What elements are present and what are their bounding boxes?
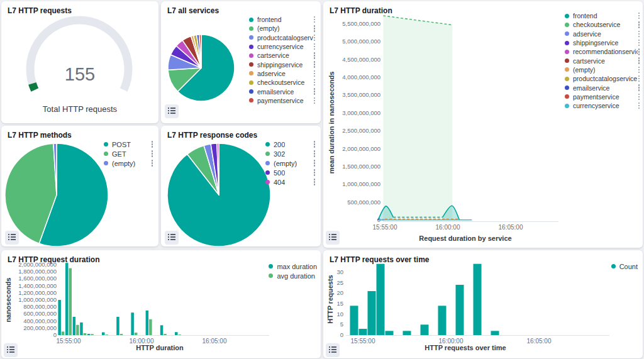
legend-menu-icon[interactable] xyxy=(638,20,641,30)
legend-menu-icon[interactable] xyxy=(313,168,316,177)
legend-menu-icon[interactable] xyxy=(638,65,641,75)
legend-item[interactable]: (empty) xyxy=(104,158,153,168)
legend-menu-icon[interactable] xyxy=(313,24,316,33)
legend-item[interactable]: 302 xyxy=(265,149,316,158)
legend-item[interactable]: paymentservice xyxy=(249,96,316,105)
legend-menu-icon[interactable] xyxy=(313,78,316,87)
legend-color-dot xyxy=(565,104,569,108)
legend-color-dot xyxy=(565,77,569,81)
legend-menu-icon[interactable] xyxy=(313,15,316,25)
legend-toggle-button[interactable] xyxy=(326,343,340,357)
legend-label: emailservice xyxy=(573,84,609,92)
legend-item[interactable]: emailservice xyxy=(249,87,316,96)
panel-all-services: L7 all services frontend(empty)productca… xyxy=(161,1,321,123)
legend: 200302(empty)500404 xyxy=(265,140,316,187)
legend-item[interactable]: shippingservice xyxy=(249,60,316,69)
x-axis-title: Request duration by service xyxy=(377,235,553,242)
legend-menu-icon[interactable] xyxy=(313,149,316,158)
legend-item[interactable]: Count xyxy=(611,263,638,270)
legend-item[interactable]: 200 xyxy=(265,140,316,149)
legend-menu-icon[interactable] xyxy=(638,30,641,39)
svg-text:0: 0 xyxy=(340,331,343,338)
legend-item[interactable]: emailservice xyxy=(565,83,640,92)
svg-text:30: 30 xyxy=(336,268,343,275)
legend-label: 404 xyxy=(274,179,285,186)
legend-toggle-button[interactable] xyxy=(165,104,179,118)
legend-menu-icon[interactable] xyxy=(638,11,641,21)
legend-menu-icon[interactable] xyxy=(313,33,316,43)
legend-item[interactable]: checkoutservice xyxy=(565,20,640,29)
legend-item[interactable]: productcatalogservice xyxy=(249,33,316,42)
legend-menu-icon[interactable] xyxy=(151,149,154,158)
legend-menu-icon[interactable] xyxy=(313,177,316,187)
x-axis-title: HTTP requests over time xyxy=(365,344,566,351)
legend-item[interactable]: adservice xyxy=(249,69,316,78)
legend-menu-icon[interactable] xyxy=(313,42,316,52)
legend-menu-icon[interactable] xyxy=(313,60,316,69)
legend-item[interactable]: (empty) xyxy=(249,24,316,33)
legend-menu-icon[interactable] xyxy=(638,56,641,65)
svg-text:5: 5 xyxy=(340,321,343,328)
legend-item[interactable]: cartservice xyxy=(249,51,316,60)
legend-toggle-button[interactable] xyxy=(4,343,18,357)
legend-toggle-button[interactable] xyxy=(165,231,179,245)
legend-item[interactable]: (empty) xyxy=(265,158,316,168)
legend-item[interactable]: currencyservice xyxy=(249,42,316,51)
legend-menu-icon[interactable] xyxy=(638,92,641,102)
svg-text:2,500,000,000: 2,500,000,000 xyxy=(342,127,380,134)
legend-menu-icon[interactable] xyxy=(313,140,316,149)
svg-text:2,000,000,000: 2,000,000,000 xyxy=(18,261,57,268)
legend-label: paymentservice xyxy=(257,97,304,104)
legend-color-dot xyxy=(249,35,253,40)
svg-text:15:55:00: 15:55:00 xyxy=(373,224,397,231)
legend-item[interactable]: shippingservice xyxy=(565,38,640,47)
legend-menu-icon[interactable] xyxy=(638,101,641,111)
legend-item[interactable]: POST xyxy=(104,140,153,149)
legend-color-dot xyxy=(104,142,108,146)
legend-item[interactable]: currencyservice xyxy=(565,101,640,110)
legend-item[interactable]: productcatalogservice xyxy=(565,74,640,83)
legend: frontend(empty)productcatalogservicecurr… xyxy=(249,15,316,105)
legend-item[interactable]: frontend xyxy=(249,15,316,24)
legend-menu-icon[interactable] xyxy=(638,83,641,92)
legend-item[interactable]: adservice xyxy=(565,30,640,38)
legend-menu-icon[interactable] xyxy=(638,74,641,84)
legend-item[interactable]: paymentservice xyxy=(565,92,640,101)
legend-item[interactable]: avg duration xyxy=(269,272,317,279)
legend-menu-icon[interactable] xyxy=(638,38,641,48)
legend-menu-icon[interactable] xyxy=(313,96,316,106)
legend-menu-icon[interactable] xyxy=(313,69,316,79)
legend-item[interactable]: max duration xyxy=(269,263,317,270)
legend-color-dot xyxy=(565,86,569,90)
legend-item[interactable]: checkoutservice xyxy=(249,78,316,87)
legend: frontendcheckoutserviceadserviceshipping… xyxy=(565,11,640,110)
legend-menu-icon[interactable] xyxy=(151,140,154,149)
legend-color-dot xyxy=(249,62,253,67)
svg-text:1,200,000,000: 1,200,000,000 xyxy=(18,289,57,296)
panel-response-codes: L7 HTTP response codes 200302(empty)5004… xyxy=(161,126,321,246)
legend-color-dot xyxy=(104,161,108,165)
legend-color-dot xyxy=(249,18,253,22)
legend-item[interactable]: (empty) xyxy=(565,65,640,74)
list-icon xyxy=(329,345,336,356)
legend-menu-icon[interactable] xyxy=(313,158,316,168)
legend-menu-icon[interactable] xyxy=(638,47,641,57)
legend-item[interactable]: 500 xyxy=(265,168,316,177)
legend-item[interactable]: frontend xyxy=(565,11,640,20)
legend-menu-icon[interactable] xyxy=(151,158,154,168)
svg-text:400,000,000: 400,000,000 xyxy=(23,318,57,324)
legend-item[interactable]: cartservice xyxy=(565,56,640,65)
panel-http-requests: L7 HTTP requests 155 Total HTTP requests xyxy=(1,1,158,123)
legend-color-dot xyxy=(265,142,270,146)
legend-color-dot xyxy=(565,50,569,54)
requests-over-time-bar-chart[interactable]: 05101520253015:55:0016:00:0016:05:00 xyxy=(323,250,643,358)
y-axis-title: nanoseconds xyxy=(4,237,13,359)
svg-text:2,000,000,000: 2,000,000,000 xyxy=(342,145,380,152)
legend-item[interactable]: GET xyxy=(104,149,153,158)
legend-menu-icon[interactable] xyxy=(313,51,316,60)
legend-item[interactable]: recommendationservice xyxy=(565,47,640,56)
legend-menu-icon[interactable] xyxy=(313,87,316,96)
legend-color-dot xyxy=(104,152,108,156)
legend-label: productcatalogservice xyxy=(573,75,637,82)
legend-item[interactable]: 404 xyxy=(265,177,316,187)
